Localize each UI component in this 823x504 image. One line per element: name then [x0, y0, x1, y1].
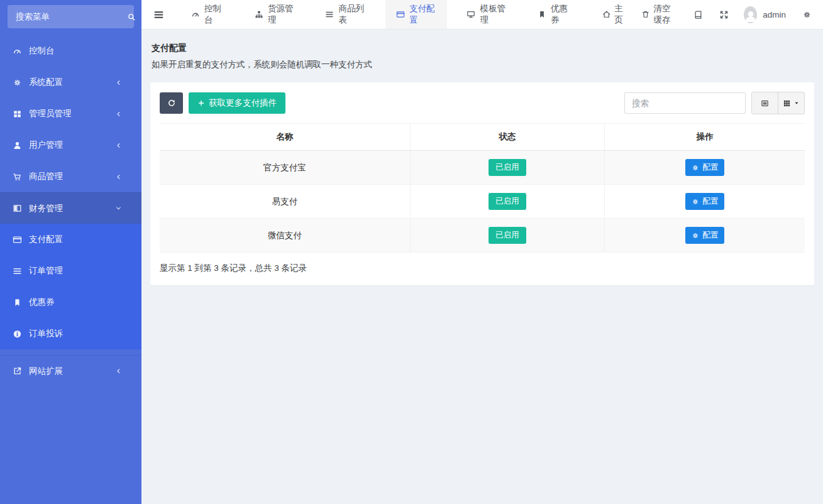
settings-button[interactable] [802, 10, 812, 19]
clear-cache-label: 清空缓存 [654, 3, 678, 26]
person-icon [744, 8, 757, 23]
chevron-down-icon [115, 205, 122, 212]
tab-label: 商品列表 [338, 3, 366, 26]
tab-label: 货源管理 [268, 3, 296, 26]
plus-icon [197, 99, 205, 107]
main-content: 支付配置 如果开启重复的支付方式，系统则会随机调取一种支付方式 获取更多支付插件 [141, 30, 823, 504]
sidebar-search [8, 5, 134, 28]
payment-name: 微信支付 [160, 219, 410, 253]
configure-button[interactable]: 配置 [685, 193, 724, 210]
payment-name: 易支付 [160, 185, 410, 219]
sidebar-item-label: 系统配置 [29, 77, 63, 88]
user-icon [13, 141, 22, 150]
tab-label: 优惠券 [551, 3, 571, 26]
configure-label: 配置 [702, 162, 718, 173]
tab-template-management[interactable]: 模板管理 [456, 0, 518, 29]
page-subtitle: 如果开启重复的支付方式，系统则会随机调取一种支付方式 [152, 59, 813, 70]
sidebar-item-label: 控制台 [29, 45, 55, 57]
clear-cache-link[interactable]: 清空缓存 [641, 3, 677, 26]
sidebar-item-order-management[interactable]: 订单管理 [0, 255, 141, 287]
sidebar-item-site-extensions[interactable]: 网站扩展 [0, 355, 141, 386]
sidebar-item-system-config[interactable]: 系统配置 [0, 67, 141, 98]
sidebar-submenu-finance: 支付配置 订单管理 优惠券 订单投诉 [0, 224, 141, 349]
column-header-status: 状态 [410, 124, 605, 151]
sidebar-item-user-management[interactable]: 用户管理 [0, 129, 141, 161]
sidebar-item-label: 商品管理 [29, 171, 63, 182]
cogs-icon [13, 78, 22, 87]
list-icon [325, 10, 334, 19]
sidebar-item-dashboard[interactable]: 控制台 [0, 35, 141, 67]
tab-dashboard[interactable]: 控制台 [180, 0, 235, 29]
tab-label: 控制台 [204, 3, 224, 26]
table-row: 易支付 已启用 配置 [160, 185, 805, 219]
tab-label: 支付配置 [409, 3, 437, 26]
columns-toggle-button[interactable] [778, 92, 805, 114]
expand-icon [719, 10, 729, 19]
gear-icon [692, 164, 699, 172]
sidebar-search-input[interactable] [16, 12, 127, 21]
navbar-right: 主页 清空缓存 admin [586, 3, 823, 26]
avatar[interactable] [744, 6, 757, 23]
docs-button[interactable] [693, 10, 703, 19]
sidebar-item-finance-management[interactable]: 财务管理 [0, 192, 141, 224]
search-icon[interactable] [127, 13, 136, 21]
username[interactable]: admin [763, 10, 786, 19]
th-large-icon [13, 109, 22, 119]
refresh-button[interactable] [160, 92, 183, 114]
sidebar-item-product-management[interactable]: 商品管理 [0, 161, 141, 192]
sidebar-item-label: 支付配置 [29, 234, 63, 245]
sitemap-icon [255, 10, 263, 19]
home-link[interactable]: 主页 [602, 3, 625, 26]
table-row: 微信支付 已启用 配置 [160, 219, 805, 253]
tab-supply-management[interactable]: 货源管理 [244, 0, 306, 29]
tab-product-list[interactable]: 商品列表 [314, 0, 377, 29]
list-alt-icon [761, 99, 769, 107]
external-link-icon [13, 366, 22, 376]
chevron-left-icon [115, 368, 122, 375]
trash-icon [641, 10, 650, 19]
sidebar-toggle-button[interactable] [141, 0, 176, 29]
toolbar-right [624, 92, 805, 114]
home-icon [602, 10, 611, 19]
caret-down-icon [793, 100, 800, 106]
sidebar-item-label: 管理员管理 [29, 108, 72, 119]
sidebar-item-label: 订单管理 [29, 265, 63, 277]
tab-coupons[interactable]: 优惠券 [527, 0, 582, 29]
status-badge[interactable]: 已启用 [489, 159, 526, 176]
fullscreen-button[interactable] [719, 10, 729, 19]
record-count-text: 显示第 1 到第 3 条记录，总共 3 条记录 [160, 263, 805, 274]
status-badge[interactable]: 已启用 [489, 193, 526, 210]
gear-icon [692, 198, 699, 205]
book-icon [693, 10, 703, 19]
status-badge[interactable]: 已启用 [489, 227, 526, 244]
payment-name: 官方支付宝 [160, 151, 410, 185]
columns-icon [13, 204, 22, 213]
desktop-icon [467, 10, 475, 19]
payment-table: 名称 状态 操作 官方支付宝 已启用 配置 [160, 123, 805, 253]
sidebar-item-admin-management[interactable]: 管理员管理 [0, 98, 141, 129]
get-more-plugins-label: 获取更多支付插件 [209, 97, 277, 109]
sidebar-item-payment-config[interactable]: 支付配置 [0, 224, 141, 255]
tab-label: 模板管理 [480, 3, 507, 26]
credit-card-icon [396, 10, 405, 19]
menu-icon [153, 9, 164, 20]
nav-tabs: 控制台 货源管理 商品列表 支付配置 模板管理 优惠券 [176, 0, 586, 29]
sidebar-item-label: 网站扩展 [29, 366, 63, 377]
table-search-input[interactable] [624, 92, 746, 114]
list-icon [13, 266, 22, 276]
configure-button[interactable]: 配置 [685, 159, 724, 176]
detail-view-button[interactable] [751, 92, 778, 114]
sidebar-item-order-complaints[interactable]: 订单投诉 [0, 318, 141, 349]
chevron-left-icon [115, 173, 122, 180]
dashboard-icon [13, 47, 22, 56]
sidebar-item-label: 财务管理 [29, 203, 63, 214]
configure-label: 配置 [702, 230, 718, 241]
tab-payment-config[interactable]: 支付配置 [385, 0, 448, 29]
configure-button[interactable]: 配置 [685, 227, 724, 244]
gear-icon [692, 232, 699, 239]
column-header-name: 名称 [160, 124, 410, 151]
top-navbar: 控制台 货源管理 商品列表 支付配置 模板管理 优惠券 主页 清空 [141, 0, 823, 30]
sidebar-item-coupons[interactable]: 优惠券 [0, 287, 141, 318]
sidebar-item-label: 用户管理 [29, 140, 63, 151]
get-more-plugins-button[interactable]: 获取更多支付插件 [189, 92, 285, 114]
